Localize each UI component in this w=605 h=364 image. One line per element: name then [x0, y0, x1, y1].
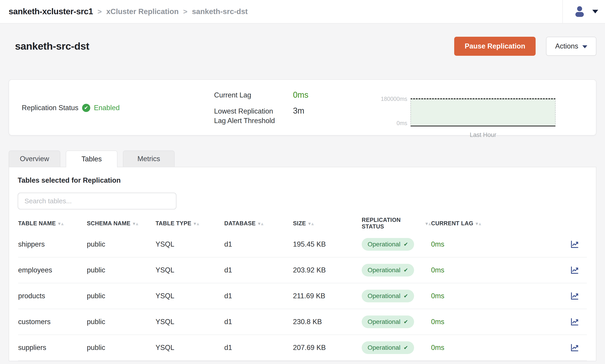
- chevron-down-icon: [592, 10, 598, 13]
- user-icon: [573, 5, 586, 18]
- cell-table-type: YSQL: [156, 266, 224, 274]
- lag-graph-button[interactable]: [569, 291, 580, 301]
- column-header-table-type[interactable]: TABLE TYPE: [156, 220, 224, 227]
- current-lag-label: Current Lag: [214, 91, 251, 99]
- sort-icon[interactable]: [58, 220, 64, 227]
- line-chart-icon: [569, 317, 580, 326]
- breadcrumb-separator: >: [97, 7, 102, 16]
- cell-table-type: YSQL: [156, 240, 224, 248]
- actions-button[interactable]: Actions: [546, 37, 596, 56]
- column-header-table-name[interactable]: TABLE NAME: [18, 220, 87, 227]
- lag-alert-threshold-label: Lowest Replication Lag Alert Threshold: [214, 106, 282, 126]
- sort-icon[interactable]: [475, 220, 481, 227]
- lag-graph-button[interactable]: [569, 316, 580, 327]
- status-badge: Operational: [362, 238, 414, 251]
- column-header-database[interactable]: DATABASE: [224, 220, 293, 227]
- tab-overview[interactable]: Overview: [9, 151, 60, 167]
- replication-tables-table: TABLE NAME SCHEMA NAME TABLE TYPE DATABA…: [18, 215, 587, 361]
- cell-size: 195.45 KB: [293, 240, 362, 248]
- page-body: sanketh-src-dst Pause Replication Action…: [0, 24, 605, 361]
- y-max-tick: 180000ms: [381, 96, 407, 102]
- cell-database: d1: [224, 266, 293, 274]
- cell-current-lag: 0ms: [431, 344, 569, 352]
- breadcrumb-xcluster-replication[interactable]: xCluster Replication: [106, 7, 179, 16]
- line-chart-icon: [569, 343, 580, 352]
- cell-schema-name: public: [87, 318, 156, 326]
- cell-current-lag: 0ms: [431, 266, 569, 274]
- table-row: customers public YSQL d1 230.8 KB Operat…: [18, 309, 587, 335]
- lag-alert-threshold-value: 3m: [293, 106, 304, 116]
- status-badge: Operational: [362, 341, 414, 354]
- lag-graph-button[interactable]: [569, 239, 580, 250]
- lag-graph-button[interactable]: [569, 265, 580, 276]
- cell-schema-name: public: [87, 292, 156, 300]
- table-row: shippers public YSQL d1 195.45 KB Operat…: [18, 232, 587, 258]
- cell-schema-name: public: [87, 266, 156, 274]
- column-header-size[interactable]: SIZE: [293, 220, 362, 227]
- cell-current-lag: 0ms: [431, 240, 569, 248]
- cell-table-name: employees: [18, 266, 87, 274]
- current-lag-value: 0ms: [293, 90, 308, 100]
- table-header-row: TABLE NAME SCHEMA NAME TABLE TYPE DATABA…: [18, 215, 587, 232]
- app-header: sanketh-xcluster-src1 > xCluster Replica…: [0, 0, 605, 24]
- cell-size: 207.69 KB: [293, 344, 362, 352]
- cell-table-name: shippers: [18, 240, 87, 248]
- sort-icon[interactable]: [425, 220, 431, 227]
- sort-icon[interactable]: [133, 220, 138, 227]
- actions-button-label: Actions: [555, 42, 578, 50]
- cell-current-lag: 0ms: [431, 318, 569, 326]
- cell-table-type: YSQL: [156, 318, 224, 326]
- cell-table-name: suppliers: [18, 344, 87, 352]
- cell-schema-name: public: [87, 344, 156, 352]
- replication-status-card: Replication Status Enabled Current Lag 0…: [9, 79, 596, 136]
- lag-graph-button[interactable]: [569, 342, 580, 353]
- cell-schema-name: public: [87, 240, 156, 248]
- line-chart-icon: [569, 291, 580, 300]
- tables-panel: Tables selected for Replication TABLE NA…: [9, 167, 596, 361]
- page-title: sanketh-src-dst: [15, 40, 89, 52]
- cell-table-name: customers: [18, 318, 87, 326]
- tab-tables[interactable]: Tables: [66, 151, 118, 167]
- breadcrumb-separator: >: [183, 7, 187, 16]
- cell-table-name: products: [18, 292, 87, 300]
- cell-database: d1: [224, 318, 293, 326]
- user-menu[interactable]: [562, 0, 605, 23]
- lag-mini-chart: 180000ms 0ms Last Hour: [376, 93, 556, 139]
- search-input[interactable]: [18, 193, 176, 209]
- tab-metrics[interactable]: Metrics: [123, 151, 175, 167]
- tables-panel-heading: Tables selected for Replication: [18, 176, 596, 184]
- chevron-down-icon: [582, 45, 587, 48]
- status-badge: Operational: [362, 315, 414, 328]
- sort-icon[interactable]: [194, 220, 199, 227]
- y-min-tick: 0ms: [397, 120, 407, 127]
- status-badge: Operational: [362, 290, 414, 302]
- cell-table-type: YSQL: [156, 292, 224, 300]
- replication-status-value: Enabled: [94, 104, 120, 112]
- table-row: products public YSQL d1 211.69 KB Operat…: [18, 283, 587, 309]
- sort-icon[interactable]: [308, 220, 314, 227]
- replication-status-label: Replication Status: [22, 104, 79, 112]
- cell-size: 203.92 KB: [293, 266, 362, 274]
- table-row: employees public YSQL d1 203.92 KB Opera…: [18, 258, 587, 283]
- cell-size: 211.69 KB: [293, 292, 362, 300]
- column-header-schema-name[interactable]: SCHEMA NAME: [87, 220, 156, 227]
- lag-chart-plot-area: [410, 98, 556, 127]
- check-circle-icon: [82, 104, 90, 112]
- line-chart-icon: [569, 265, 580, 275]
- lag-chart-x-label: Last Hour: [410, 131, 556, 139]
- replication-status: Replication Status Enabled: [22, 104, 120, 112]
- title-actions: Pause Replication Actions: [454, 37, 596, 56]
- column-header-replication-status[interactable]: REPLICATION STATUS: [362, 217, 431, 230]
- column-header-current-lag[interactable]: CURRENT LAG: [431, 220, 569, 227]
- tab-bar: Overview Tables Metrics: [9, 151, 596, 167]
- line-chart-icon: [569, 239, 580, 249]
- breadcrumb: sanketh-xcluster-src1 > xCluster Replica…: [0, 0, 248, 23]
- sort-icon[interactable]: [258, 220, 263, 227]
- breadcrumb-universe[interactable]: sanketh-xcluster-src1: [9, 7, 93, 16]
- cell-current-lag: 0ms: [431, 292, 569, 300]
- cell-size: 230.8 KB: [293, 318, 362, 326]
- cell-table-type: YSQL: [156, 344, 224, 352]
- cell-database: d1: [224, 240, 293, 248]
- pause-replication-button[interactable]: Pause Replication: [454, 37, 536, 56]
- status-badge: Operational: [362, 264, 414, 276]
